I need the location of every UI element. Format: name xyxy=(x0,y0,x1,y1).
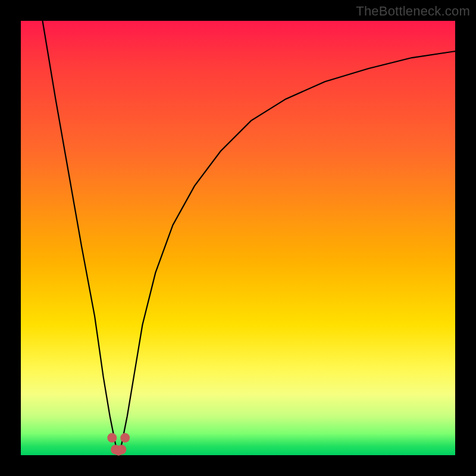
minimum-marker xyxy=(107,433,117,443)
minimum-markers xyxy=(107,433,130,456)
bottleneck-curve xyxy=(43,21,456,451)
watermark-text: TheBottleneck.com xyxy=(356,4,470,19)
chart-svg xyxy=(21,21,455,455)
chart-plot-area xyxy=(21,21,455,455)
chart-frame: TheBottleneck.com xyxy=(0,0,476,476)
minimum-marker xyxy=(120,433,130,443)
minimum-marker xyxy=(117,445,126,455)
